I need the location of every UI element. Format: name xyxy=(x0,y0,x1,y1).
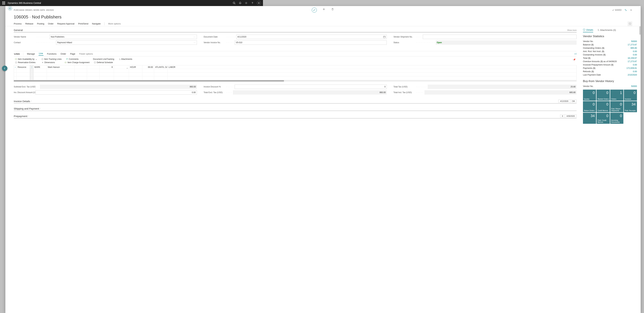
horizontal-scrollbar[interactable] xyxy=(14,80,263,82)
item-charge-button[interactable]: Item Charge Assignment xyxy=(64,61,90,64)
section-invoice-details[interactable]: Invoice Details〉 4/12/2020CM xyxy=(14,100,263,104)
dimensions-button[interactable]: Dimensions xyxy=(42,61,55,64)
lines-tab-page[interactable]: Page xyxy=(70,53,76,55)
lookup-icon[interactable]: ··· xyxy=(194,36,196,38)
action-navigate[interactable]: Navigate xyxy=(92,22,100,25)
action-process[interactable]: Process xyxy=(14,22,22,25)
action-request-approval[interactable]: Request Approval xyxy=(57,22,74,25)
svg-rect-8 xyxy=(94,62,96,63)
action-release[interactable]: Release xyxy=(25,22,33,25)
table-row[interactable]: → Resource ⋮ MARK Mark Hanson 8 _ HOUR 6… xyxy=(14,65,263,69)
top-bar: Dynamics 365 Business Central ? IK xyxy=(0,0,263,6)
vendor-name-input[interactable]: Nod Publishers··· xyxy=(50,35,197,39)
lines-tab-manage[interactable]: Manage xyxy=(27,53,35,55)
page-card: PURCHASE ORDER | WORK DATE: 4/6/2020 SAV… xyxy=(5,6,263,128)
table-row[interactable] xyxy=(14,76,263,80)
inv-disc-amount-input[interactable]: 0.00 xyxy=(36,90,197,95)
lines-label: Lines xyxy=(14,53,23,55)
previous-record-button[interactable] xyxy=(2,66,8,71)
svg-line-1 xyxy=(234,3,235,4)
deferral-button[interactable]: Deferral Schedule xyxy=(94,61,113,64)
settings-icon[interactable] xyxy=(245,2,248,4)
notifications-icon[interactable] xyxy=(239,2,242,4)
subtotal-value: 860.00 xyxy=(40,85,197,89)
svg-rect-7 xyxy=(65,62,66,63)
row-selector-icon[interactable]: → xyxy=(14,65,16,69)
table-row[interactable] xyxy=(14,69,263,73)
comments-button[interactable]: Comments xyxy=(66,58,79,60)
svg-point-0 xyxy=(233,2,235,4)
chevron-right-icon: 〉 xyxy=(40,107,42,110)
lines-tab-order[interactable]: Order xyxy=(60,53,66,55)
back-button[interactable] xyxy=(8,6,12,11)
action-order[interactable]: Order xyxy=(48,22,54,25)
app-title: Dynamics 365 Business Central xyxy=(8,2,41,4)
lines-tab-line[interactable]: Line xyxy=(38,52,44,56)
svg-rect-5 xyxy=(15,58,17,60)
breadcrumb: PURCHASE ORDER | WORK DATE: 4/6/2020 xyxy=(14,9,54,11)
action-more-options[interactable]: More options xyxy=(108,22,121,25)
chevron-right-icon: 〉 xyxy=(31,100,33,103)
lines-fewer-options[interactable]: Fewer options xyxy=(79,53,94,55)
svg-rect-6 xyxy=(16,62,17,63)
section-shipping-payment[interactable]: Shipping and Payment〉 xyxy=(14,107,263,111)
vendor-invoice-no-input[interactable]: V5-010 xyxy=(234,40,263,45)
action-bar: Process Release Posting Order Request Ap… xyxy=(5,21,263,26)
search-icon[interactable] xyxy=(233,2,236,4)
chevron-down-icon: ⌄ xyxy=(36,58,37,60)
inv-disc-pct-input[interactable]: 0 xyxy=(234,85,263,89)
action-print-send[interactable]: Print/Send xyxy=(78,22,88,25)
lines-tab-functions[interactable]: Functions xyxy=(47,53,57,55)
document-date-input[interactable]: 4/11/2020 xyxy=(236,35,263,39)
doc-line-tracking-button[interactable]: Document LineTracking xyxy=(93,58,114,60)
total-excl-value: 860.00 xyxy=(233,90,263,95)
reservation-button[interactable]: Reservation Entries xyxy=(15,61,36,64)
section-general-header: General Show more xyxy=(14,29,263,32)
attachments-button[interactable]: Attachments xyxy=(118,58,132,60)
svg-point-2 xyxy=(246,3,247,3)
row-menu-icon[interactable]: ⋮ xyxy=(30,65,33,69)
item-tracking-button[interactable]: Item Tracking Lines xyxy=(42,58,62,60)
page-title: 106005 · Nod Publishers xyxy=(5,14,263,21)
section-prepayment[interactable]: Prepayment〉 04/30/2020 xyxy=(14,115,263,118)
svg-text:?: ? xyxy=(252,2,253,4)
contact-input[interactable]: Raymond Hillard··· xyxy=(56,40,197,45)
table-row[interactable] xyxy=(14,73,263,76)
user-avatar[interactable]: IK xyxy=(257,1,261,5)
item-availability-button[interactable]: Item Availability by⌄ xyxy=(15,58,37,60)
lines-grid[interactable]: → Resource ⋮ MARK Mark Hanson 8 _ HOUR 6… xyxy=(14,65,263,80)
app-launcher-icon[interactable] xyxy=(2,1,5,5)
lookup-icon[interactable]: ··· xyxy=(194,41,196,44)
chevron-right-icon: 〉 xyxy=(28,115,30,117)
action-posting[interactable]: Posting xyxy=(37,22,44,25)
help-icon[interactable]: ? xyxy=(251,2,254,4)
